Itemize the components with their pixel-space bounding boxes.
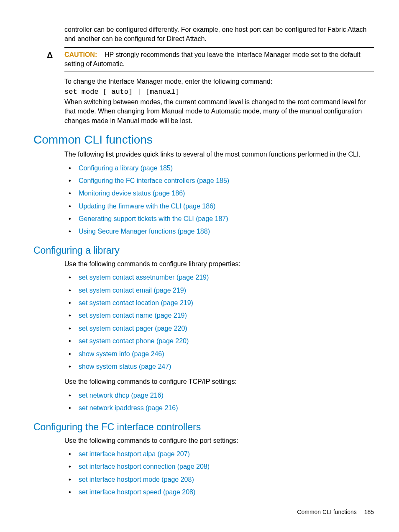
list-item: set system contact pager (page 220)	[64, 322, 374, 335]
list-item: Using Secure Manager functions (page 188…	[64, 225, 374, 238]
list-item: set system contact phone (page 220)	[64, 335, 374, 347]
list-item: set interface hostport alpa (page 207)	[64, 448, 374, 460]
list-item: Configuring the FC interface controllers…	[64, 175, 374, 187]
list-item: Configuring a library (page 185)	[64, 162, 374, 175]
footer-page-number: 185	[364, 509, 374, 515]
link[interactable]: set system contact phone (page 220)	[79, 337, 189, 344]
footer-title: Common CLI functions	[297, 509, 356, 515]
list-item: set interface hostport mode (page 208)	[64, 473, 374, 486]
caution-text: HP strongly recommends that you leave th…	[64, 51, 361, 67]
list-item: set interface hostport connection (page …	[64, 460, 374, 473]
list-item: set system contact assetnumber (page 219…	[64, 271, 374, 284]
config-fc-link-list: set interface hostport alpa (page 207)se…	[64, 448, 374, 499]
caution-icon: Δ	[47, 51, 53, 60]
link[interactable]: set system contact pager (page 220)	[79, 325, 187, 332]
heading-common-cli-functions: Common CLI functions	[33, 133, 374, 146]
list-item: set system contact name (page 219)	[64, 309, 374, 322]
link[interactable]: set system contact name (page 219)	[79, 312, 187, 319]
list-item: show system info (page 246)	[64, 348, 374, 360]
page-footer: Common CLI functions 185	[297, 509, 374, 515]
config-fc-intro: Use the following commands to configure …	[64, 436, 374, 445]
link[interactable]: Configuring the FC interface controllers…	[79, 177, 229, 184]
config-lib-tcpip-intro: Use the following commands to configure …	[64, 377, 374, 386]
switching-text: When switching between modes, the curren…	[64, 98, 374, 126]
caution-label: CAUTION:	[64, 51, 97, 58]
common-intro: The following list provides quick links …	[64, 150, 374, 159]
config-lib-intro: Use the following commands to configure …	[64, 260, 374, 269]
link[interactable]: set interface hostport connection (page …	[79, 463, 210, 470]
list-item: set system contact location (page 219)	[64, 297, 374, 309]
list-item: Updating the firmware with the CLI (page…	[64, 200, 374, 213]
list-item: set interface hostport speed (page 208)	[64, 486, 374, 499]
list-item: show system status (page 247)	[64, 360, 374, 373]
link[interactable]: set system contact assetnumber (page 219…	[79, 274, 209, 281]
common-link-list: Configuring a library (page 185)Configur…	[64, 162, 374, 238]
list-item: set network dhcp (page 216)	[64, 389, 374, 402]
caution-block: Δ CAUTION: HP strongly recommends that y…	[64, 47, 374, 72]
link[interactable]: set network ipaddress (page 216)	[79, 404, 178, 411]
link[interactable]: set system contact location (page 219)	[79, 299, 193, 306]
code-set-mode: set mode [ auto] | [manual]	[64, 88, 374, 96]
list-item: Monitoring device status (page 186)	[64, 187, 374, 200]
link[interactable]: set system contact email (page 219)	[79, 287, 186, 294]
link[interactable]: show system info (page 246)	[79, 350, 164, 357]
link[interactable]: Configuring a library (page 185)	[79, 164, 173, 172]
link[interactable]: Updating the firmware with the CLI (page…	[79, 203, 215, 210]
list-item: set system contact email (page 219)	[64, 284, 374, 297]
link[interactable]: set interface hostport speed (page 208)	[79, 488, 195, 496]
heading-configuring-fc: Configuring the FC interface controllers	[33, 421, 374, 433]
change-mode-text: To change the Interface Manager mode, en…	[64, 77, 374, 86]
heading-configuring-library: Configuring a library	[33, 245, 374, 256]
config-lib-tcpip-link-list: set network dhcp (page 216)set network i…	[64, 389, 374, 415]
link[interactable]: set interface hostport mode (page 208)	[79, 476, 194, 483]
link[interactable]: set network dhcp (page 216)	[79, 392, 164, 399]
link[interactable]: Using Secure Manager functions (page 188…	[79, 228, 210, 235]
link[interactable]: Monitoring device status (page 186)	[79, 190, 185, 197]
list-item: Generating support tickets with the CLI …	[64, 213, 374, 225]
list-item: set network ipaddress (page 216)	[64, 402, 374, 414]
intro-continuation: controller can be configured differently…	[64, 25, 374, 44]
link[interactable]: show system status (page 247)	[79, 363, 171, 370]
config-lib-link-list: set system contact assetnumber (page 219…	[64, 271, 374, 373]
link[interactable]: set interface hostport alpa (page 207)	[79, 450, 190, 457]
link[interactable]: Generating support tickets with the CLI …	[79, 215, 228, 222]
